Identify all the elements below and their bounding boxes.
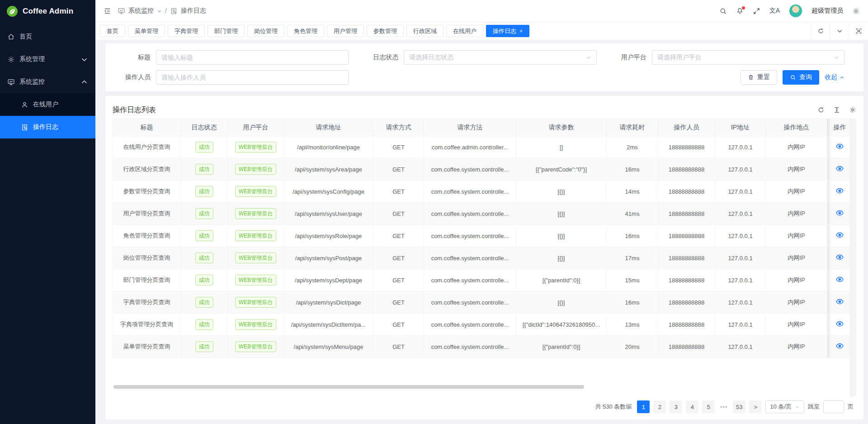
view-detail-button[interactable]: [835, 209, 844, 217]
tab-item-1[interactable]: 菜单管理: [128, 25, 165, 37]
eye-icon: [835, 186, 844, 195]
language-switch-icon[interactable]: 文A: [769, 7, 780, 15]
sidebar-item-operation-log[interactable]: 操作日志: [0, 116, 95, 138]
log-status-select[interactable]: 请选择日志状态: [404, 50, 596, 65]
page-button-4[interactable]: 4: [686, 400, 698, 413]
platform-cell: WEB管理后台: [228, 269, 284, 291]
status-badge: 成功: [195, 142, 213, 152]
jump-page-input[interactable]: [823, 400, 844, 413]
reset-button[interactable]: 重置: [741, 70, 777, 85]
leaf-logo-icon: [6, 5, 18, 17]
page-button-3[interactable]: 3: [670, 400, 682, 413]
tab-label: 首页: [107, 27, 118, 35]
cell-request-url: /api/system/sysDictItem/pa...: [284, 314, 373, 336]
page-button-53[interactable]: 53: [733, 400, 745, 413]
cell-duration: 14ms: [607, 181, 658, 203]
cell-title: 角色管理分页查询: [113, 225, 181, 247]
operator-filter-input[interactable]: [156, 70, 349, 85]
sidebar-item-system-monitor[interactable]: 系统监控: [0, 71, 95, 93]
tab-item-9[interactable]: 在线用户: [446, 25, 483, 37]
cell-request-url: /api/monitor/online/page: [284, 136, 373, 158]
vertical-scrollbar-track[interactable]: [850, 119, 856, 397]
log-status-placeholder: 请选择日志状态: [409, 53, 453, 62]
cell-handler: com.coffee.system.controlle...: [424, 269, 516, 291]
next-page-button[interactable]: >: [749, 400, 762, 413]
eye-icon: [835, 297, 844, 306]
view-detail-button[interactable]: [835, 142, 844, 151]
app-logo[interactable]: Coffee Admin: [0, 0, 95, 23]
page-button-5[interactable]: 5: [702, 400, 715, 413]
tab-options-chevron-icon[interactable]: [830, 22, 849, 40]
status-cell: 成功: [181, 291, 228, 314]
page-button-1[interactable]: 1: [637, 400, 650, 413]
breadcrumb-caret-icon[interactable]: [157, 9, 162, 14]
status-badge: 成功: [195, 319, 213, 330]
cell-operator: 18888888888: [658, 314, 715, 336]
pagination-pages: 12345•••53: [637, 400, 745, 413]
eye-icon: [835, 319, 844, 328]
page-size-select[interactable]: 10 条/页: [765, 400, 804, 413]
view-detail-button[interactable]: [835, 342, 844, 350]
refresh-page-icon[interactable]: [811, 22, 830, 40]
current-user-name[interactable]: 超级管理员: [811, 7, 843, 15]
pagination-total: 共 530 条数据: [595, 403, 632, 411]
column-settings-gear-icon[interactable]: [849, 106, 856, 114]
tab-item-7[interactable]: 参数管理: [367, 25, 404, 37]
search-button[interactable]: 查询: [783, 70, 819, 85]
breadcrumb-parent[interactable]: 系统监控: [128, 7, 154, 15]
view-detail-button[interactable]: [835, 253, 844, 262]
sidebar-item-label: 系统监控: [19, 78, 45, 86]
settings-gear-icon[interactable]: [852, 7, 860, 15]
cell-request-method: GET: [373, 203, 424, 225]
view-detail-button[interactable]: [835, 231, 844, 239]
fullscreen-icon[interactable]: [753, 7, 760, 15]
sidebar-item-online-users[interactable]: 在线用户: [0, 93, 95, 116]
view-detail-button[interactable]: [835, 186, 844, 195]
row-height-icon[interactable]: [833, 106, 840, 114]
search-icon[interactable]: [719, 7, 727, 15]
tab-item-10[interactable]: 操作日志×: [486, 25, 529, 37]
sidebar-item-system-management[interactable]: 系统管理: [0, 48, 95, 71]
view-detail-button[interactable]: [835, 164, 844, 173]
cell-duration: 41ms: [607, 203, 658, 225]
tab-item-5[interactable]: 角色管理: [287, 25, 324, 37]
platform-select[interactable]: 请选择用户平台: [652, 50, 844, 65]
view-detail-button[interactable]: [835, 319, 844, 328]
eye-icon: [835, 142, 844, 151]
column-header: 用户平台: [228, 119, 284, 136]
page-button-2[interactable]: 2: [653, 400, 666, 413]
table-row: 用户管理分页查询成功WEB管理后台/api/system/sysUser/pag…: [113, 203, 853, 225]
tab-close-icon[interactable]: ×: [519, 29, 523, 34]
table-refresh-icon[interactable]: [817, 106, 825, 114]
cell-location: 内网IP: [766, 314, 827, 336]
cell-duration: 15ms: [607, 269, 658, 291]
tab-item-4[interactable]: 岗位管理: [247, 25, 284, 37]
notification-bell-icon[interactable]: [736, 7, 744, 15]
tab-item-8[interactable]: 行政区域: [406, 25, 443, 37]
avatar[interactable]: [789, 4, 802, 18]
breadcrumb-separator: /: [165, 7, 167, 14]
horizontal-scrollbar-thumb[interactable]: [113, 385, 584, 389]
tab-bar-tools: [811, 22, 868, 40]
tab-item-2[interactable]: 字典管理: [168, 25, 205, 37]
view-detail-button[interactable]: [835, 297, 844, 306]
platform-cell: WEB管理后台: [228, 314, 284, 336]
status-cell: 成功: [181, 336, 228, 358]
sidebar-item-home[interactable]: 首页: [0, 25, 95, 48]
collapse-filters-link[interactable]: 收起: [825, 73, 844, 81]
platform-badge: WEB管理后台: [235, 208, 276, 219]
tab-item-3[interactable]: 部门管理: [208, 25, 245, 37]
column-header: 请求地址: [284, 119, 373, 136]
title-filter-input[interactable]: [156, 50, 349, 65]
view-detail-button[interactable]: [835, 275, 844, 284]
content-maximize-icon[interactable]: [849, 22, 868, 40]
status-badge: 成功: [195, 341, 213, 352]
sidebar-collapse-icon[interactable]: [104, 7, 111, 15]
tab-item-0[interactable]: 首页: [100, 25, 125, 37]
tab-item-6[interactable]: 用户管理: [327, 25, 364, 37]
pagination-ellipsis[interactable]: •••: [718, 404, 729, 410]
cell-params: [{}]: [516, 203, 607, 225]
platform-badge: WEB管理后台: [235, 275, 276, 286]
status-cell: 成功: [181, 269, 228, 291]
cell-ip: 127.0.0.1: [715, 181, 766, 203]
